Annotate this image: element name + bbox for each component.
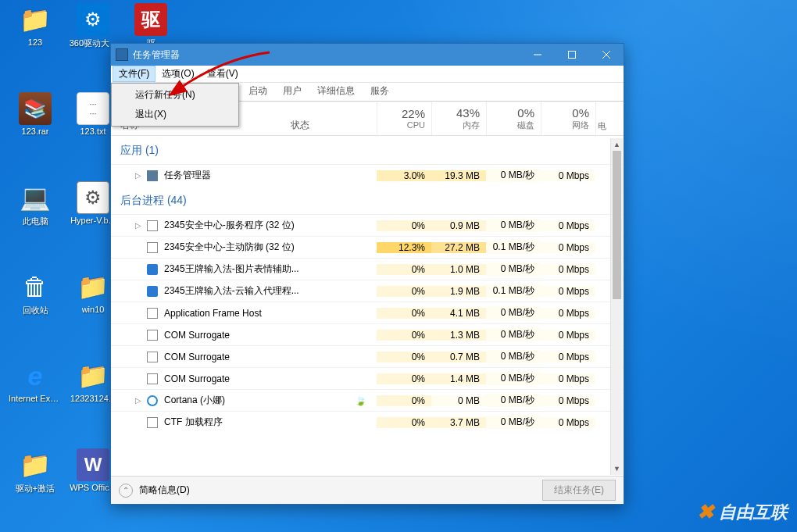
menu-exit[interactable]: 退出(X) xyxy=(113,105,237,124)
group-header: 应用 (1) xyxy=(111,136,624,164)
col-status[interactable]: 状态 xyxy=(291,102,377,135)
desktop-icon-label: 123.txt xyxy=(80,127,105,136)
fewer-details-icon[interactable]: ⌃ xyxy=(119,484,133,498)
cpu-cell: 0% xyxy=(377,352,431,362)
net-cell: 0 Mbps xyxy=(541,417,595,428)
disk-cell: 0 MB/秒 xyxy=(486,306,541,320)
menu-options[interactable]: 选项(O) xyxy=(155,66,200,82)
process-row[interactable]: CTF 加载程序0%3.7 MB0 MB/秒0 Mbps xyxy=(111,411,624,433)
process-icon xyxy=(145,306,159,320)
menubar: 文件(F) 选项(O) 查看(V) 运行新任务(N) 退出(X) xyxy=(111,66,624,83)
process-row[interactable]: Application Frame Host0%4.1 MB0 MB/秒0 Mb… xyxy=(111,302,624,323)
disk-cell: 0 MB/秒 xyxy=(486,262,541,276)
mem-cell: 0 MB xyxy=(431,395,486,406)
desktop-icon[interactable]: 💻此电脑 xyxy=(11,181,59,227)
disk-pct: 0% xyxy=(517,106,534,120)
watermark-icon: ✖ xyxy=(697,500,714,524)
process-name: COM Surrogate xyxy=(164,373,230,384)
mem-cell: 1.4 MB xyxy=(431,373,486,384)
cpu-cell: 3.0% xyxy=(377,170,431,181)
process-icon xyxy=(145,328,159,342)
titlebar[interactable]: 任务管理器 xyxy=(111,44,624,66)
scroll-thumb[interactable] xyxy=(613,151,621,299)
scroll-down-button[interactable]: ▼ xyxy=(611,462,623,475)
net-cell: 0 Mbps xyxy=(541,286,595,297)
process-row[interactable]: COM Surrogate0%1.4 MB0 MB/秒0 Mbps xyxy=(111,367,624,389)
cpu-cell: 12.3% xyxy=(377,242,431,253)
process-name: 2345安全中心-主动防御 (32 位) xyxy=(164,241,295,254)
disk-cell: 0 MB/秒 xyxy=(486,394,541,407)
cpu-cell: 0% xyxy=(377,264,431,275)
process-row[interactable]: 2345王牌输入法-图片表情辅助...0%1.0 MB0 MB/秒0 Mbps xyxy=(111,258,624,280)
desktop-icon[interactable]: 📁123 xyxy=(11,3,59,47)
cpu-label: CPU xyxy=(407,120,425,130)
col-disk[interactable]: 0% 磁盘 xyxy=(486,102,541,135)
process-name: Cortana (小娜) xyxy=(164,394,225,407)
scrollbar[interactable]: ▲ ▼ xyxy=(610,138,623,475)
desktop-icon[interactable]: 📚123.rar xyxy=(11,92,59,136)
menu-file[interactable]: 文件(F) xyxy=(113,66,155,82)
desktop-icon[interactable]: eInternet Explorer xyxy=(11,359,59,403)
tab-startup[interactable]: 启动 xyxy=(241,81,275,101)
expand-icon[interactable]: ▷ xyxy=(131,221,145,230)
process-row[interactable]: COM Surrogate0%0.7 MB0 MB/秒0 Mbps xyxy=(111,345,624,367)
desktop-icon-label: 此电脑 xyxy=(23,216,48,227)
col-network[interactable]: 0% 网络 xyxy=(541,102,595,135)
file-menu-dropdown: 运行新任务(N) 退出(X) xyxy=(111,83,239,127)
group-header: 后台进程 (44) xyxy=(111,186,624,214)
end-task-button[interactable]: 结束任务(E) xyxy=(542,480,616,501)
disk-cell: 0 MB/秒 xyxy=(486,416,541,429)
footer: ⌃ 简略信息(D) 结束任务(E) xyxy=(111,476,624,504)
disk-cell: 0 MB/秒 xyxy=(486,219,541,232)
process-row[interactable]: ▷2345安全中心-服务程序 (32 位)0%0.9 MB0 MB/秒0 Mbp… xyxy=(111,214,624,236)
tab-details[interactable]: 详细信息 xyxy=(309,81,363,101)
process-name: CTF 加载程序 xyxy=(164,416,223,429)
col-memory[interactable]: 43% 内存 xyxy=(431,102,486,135)
process-list[interactable]: 应用 (1)▷任务管理器3.0%19.3 MB0 MB/秒0 Mbps后台进程 … xyxy=(111,136,624,476)
mem-pct: 43% xyxy=(456,106,480,120)
cpu-cell: 0% xyxy=(377,330,431,341)
desktop-icon[interactable]: 📁驱动+激活 xyxy=(11,448,59,495)
disk-cell: 0 MB/秒 xyxy=(486,372,541,385)
fewer-details-label[interactable]: 简略信息(D) xyxy=(139,484,190,497)
process-name: COM Surrogate xyxy=(164,352,230,362)
expand-icon[interactable]: ▷ xyxy=(131,396,145,405)
cpu-cell: 0% xyxy=(377,308,431,319)
process-row[interactable]: ▷Cortana (小娜)🍃0%0 MB0 MB/秒0 Mbps xyxy=(111,389,624,411)
expand-icon[interactable]: ▷ xyxy=(131,171,145,180)
minimize-button[interactable] xyxy=(520,44,555,66)
process-name: COM Surrogate xyxy=(164,330,230,341)
cpu-cell: 0% xyxy=(377,220,431,231)
maximize-button[interactable] xyxy=(555,44,589,66)
svg-rect-0 xyxy=(569,52,576,59)
close-button[interactable] xyxy=(589,44,624,66)
net-cell: 0 Mbps xyxy=(541,395,595,406)
process-name: 2345王牌输入法-云输入代理程... xyxy=(164,284,299,298)
app-icon xyxy=(116,48,128,61)
net-cell: 0 Mbps xyxy=(541,242,595,253)
desktop-icon-label: 驱动+激活 xyxy=(16,483,55,495)
tab-services[interactable]: 服务 xyxy=(363,81,397,101)
disk-cell: 0 MB/秒 xyxy=(486,328,541,341)
disk-cell: 0.1 MB/秒 xyxy=(486,241,541,254)
desktop-icon-label: 123 xyxy=(28,37,42,47)
cpu-cell: 0% xyxy=(377,286,431,297)
scroll-up-button[interactable]: ▲ xyxy=(611,138,623,151)
desktop-icon-label: win10 xyxy=(82,305,105,314)
process-row[interactable]: ▷任务管理器3.0%19.3 MB0 MB/秒0 Mbps xyxy=(111,164,624,186)
process-row[interactable]: 2345王牌输入法-云输入代理程...0%1.9 MB0.1 MB/秒0 Mbp… xyxy=(111,280,624,302)
process-icon xyxy=(145,372,159,386)
menu-run-new-task[interactable]: 运行新任务(N) xyxy=(113,85,237,105)
col-power[interactable]: 电 xyxy=(595,102,608,135)
watermark-text: 自由互联 xyxy=(719,501,788,524)
tab-users[interactable]: 用户 xyxy=(275,81,309,101)
desktop-icon[interactable]: 🗑回收站 xyxy=(11,270,59,316)
process-name: 2345安全中心-服务程序 (32 位) xyxy=(164,219,295,232)
col-cpu[interactable]: 22% CPU xyxy=(377,102,431,135)
process-icon xyxy=(145,284,159,298)
process-row[interactable]: 2345安全中心-主动防御 (32 位)12.3%27.2 MB0.1 MB/秒… xyxy=(111,236,624,258)
disk-cell: 0.1 MB/秒 xyxy=(486,284,541,298)
process-row[interactable]: COM Surrogate0%1.3 MB0 MB/秒0 Mbps xyxy=(111,323,624,345)
desktop-icon-label: 回收站 xyxy=(23,305,48,316)
menu-view[interactable]: 查看(V) xyxy=(201,66,245,82)
